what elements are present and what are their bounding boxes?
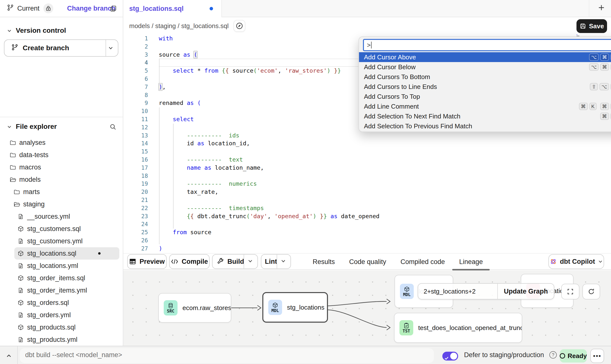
toggle-knob	[450, 353, 457, 360]
palette-item[interactable]: Add Selection To Next Find Match⌘D	[359, 111, 611, 121]
file-label: staging	[23, 200, 45, 208]
lineage-node-stg-locations[interactable]: MDL stg_locations	[262, 292, 328, 323]
more-options-button[interactable]: •••	[590, 349, 604, 363]
tab-compiled-code[interactable]: Compiled code	[400, 254, 445, 270]
save-button[interactable]: Save	[576, 19, 607, 33]
model-badge: MDL	[400, 284, 414, 299]
file-label: stg_products.yml	[27, 336, 77, 344]
tab-lineage[interactable]: Lineage	[459, 254, 483, 270]
chevron-up-icon[interactable]	[6, 352, 12, 361]
file-item[interactable]: marts	[0, 186, 123, 198]
palette-item[interactable]: Add Cursor Above⌥⌘↑	[359, 52, 611, 62]
file-item[interactable]: data-tests	[0, 149, 123, 161]
folder-icon	[9, 152, 16, 158]
code-text: )	[159, 245, 162, 253]
file-item[interactable]: stg_products.yml	[0, 333, 123, 346]
file-explorer-header[interactable]: File explorer	[0, 120, 123, 133]
lineage-panel[interactable]: SRC ecom.raw_stores MDL stg_locations MD…	[123, 270, 611, 346]
chevron-down-icon[interactable]	[281, 258, 286, 265]
unsaved-dot	[98, 252, 101, 255]
folder-icon	[9, 164, 16, 170]
compass-icon[interactable]	[234, 20, 245, 32]
chevron-down-icon[interactable]	[108, 44, 113, 53]
file-item[interactable]: stg_order_items.sql	[0, 272, 123, 284]
palette-item[interactable]: Add Cursors To Bottom	[359, 72, 611, 82]
create-branch-button[interactable]: Create branch	[4, 39, 118, 57]
dbt-copilot-button[interactable]: dbt Copilot	[548, 254, 604, 269]
tab-results[interactable]: Results	[313, 254, 335, 270]
yaml-file-icon	[17, 213, 24, 220]
line-number: 16	[123, 156, 154, 164]
fullscreen-icon	[567, 288, 574, 295]
panel-tabs: Results Code quality Compiled code Linea…	[313, 254, 483, 270]
file-item[interactable]: macros	[0, 161, 123, 173]
code-text: select	[159, 115, 194, 123]
defer-toggle[interactable]	[442, 352, 458, 361]
copy-icon[interactable]	[110, 5, 117, 14]
palette-item[interactable]: Add Cursors To Top	[359, 92, 611, 101]
file-item[interactable]: stg_customers.yml	[0, 235, 123, 247]
line-number: 26	[123, 236, 154, 245]
code-text: {{ dbt.date_trunc('day', 'opened_at') }}…	[159, 212, 379, 220]
file-item[interactable]: __sources.yml	[0, 210, 123, 223]
line-number: 10	[123, 107, 154, 115]
file-item[interactable]: stg_orders.yml	[0, 309, 123, 321]
refresh-button[interactable]	[582, 284, 600, 299]
chevron-down-icon[interactable]	[248, 258, 253, 265]
file-label: stg_orders.yml	[27, 311, 71, 319]
compile-button[interactable]: Compile	[169, 254, 210, 269]
lineage-node-test[interactable]: TST test_does_location_opened_at_trunc_t…	[394, 313, 522, 343]
version-control-header[interactable]: Version control	[0, 24, 123, 37]
file-item[interactable]: stg_customers.sql	[0, 223, 123, 235]
fullscreen-button[interactable]	[561, 284, 579, 299]
line-number: 23	[123, 212, 154, 220]
dbt-ide-app: Current Change branch Version control Cr…	[0, 0, 611, 364]
test-badge: TST	[399, 320, 413, 335]
yaml-file-icon	[17, 263, 24, 269]
search-icon[interactable]	[109, 123, 116, 132]
line-number: 2	[123, 43, 154, 51]
file-item[interactable]: stg_order_items.yml	[0, 284, 123, 297]
palette-item-label: Add Selection To Previous Find Match	[364, 122, 472, 130]
lineage-selector-input[interactable]: 2+stg_locations+2	[418, 288, 497, 295]
lineage-node-source[interactable]: SRC ecom.raw_stores	[158, 293, 231, 323]
ready-status-button[interactable]: Ready	[560, 349, 587, 363]
update-graph-button[interactable]: Update Graph	[498, 288, 554, 295]
file-label: macros	[19, 164, 41, 171]
shortcut-keys: ⌥⌘↑	[589, 53, 611, 61]
file-item[interactable]: analyses	[0, 136, 123, 149]
build-button[interactable]: Build	[212, 254, 258, 269]
lint-label: Lint	[265, 258, 277, 265]
line-number: 24	[123, 220, 154, 228]
tab-stg-locations[interactable]: stg_locations.sql	[123, 0, 222, 17]
preview-button[interactable]: Preview	[127, 254, 167, 269]
model-file-icon	[17, 226, 24, 232]
palette-item[interactable]: Add Line Comment⌘K⌘C	[359, 101, 611, 111]
preview-label: Preview	[140, 258, 165, 265]
file-item[interactable]: stg_locations.yml	[0, 260, 123, 272]
file-explorer-title: File explorer	[16, 123, 57, 131]
palette-item[interactable]: Add Cursor Below⌥⌘↓	[359, 62, 611, 72]
code-line: 27)	[123, 245, 611, 253]
code-text: renamed as (	[159, 99, 201, 107]
palette-item[interactable]: Add Selection To Previous Find Match	[359, 121, 611, 131]
palette-item[interactable]: Add Cursors to Line Ends⇧⌥I	[359, 82, 611, 92]
command-palette-input[interactable]: >	[363, 39, 611, 51]
tab-code-quality[interactable]: Code quality	[349, 254, 386, 270]
change-branch-link[interactable]: Change branch	[67, 5, 116, 12]
file-item[interactable]: models	[0, 173, 123, 186]
file-item[interactable]: stg_locations.sql	[14, 247, 119, 260]
code-line: 25 from source	[123, 228, 611, 236]
file-label: stg_order_items.sql	[27, 274, 85, 282]
file-item[interactable]: stg_orders.sql	[0, 297, 123, 309]
file-item[interactable]: stg_products.sql	[0, 321, 123, 333]
shortcut-keys: ⌘K⌘C	[579, 103, 611, 110]
code-line: 13 ---------- ids	[123, 132, 611, 140]
branch-row: Current Change branch	[0, 0, 123, 17]
new-tab-button[interactable]	[598, 4, 605, 13]
help-icon[interactable]: ?	[549, 351, 557, 359]
folder-icon	[13, 189, 20, 195]
file-item[interactable]: staging	[0, 198, 123, 210]
lint-button[interactable]: Lint	[261, 254, 291, 269]
code-text: ---------- text	[159, 156, 243, 164]
